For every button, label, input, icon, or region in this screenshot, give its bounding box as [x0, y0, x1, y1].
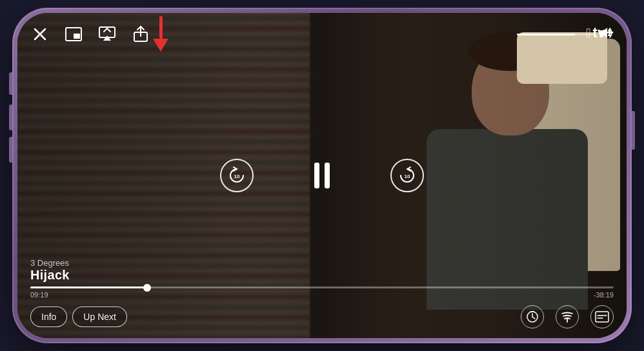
info-button[interactable]: Info	[30, 306, 67, 327]
pause-icon	[314, 163, 330, 188]
time-current: 09:19	[30, 291, 48, 299]
volume-bar[interactable]	[517, 34, 594, 35]
top-left-controls	[30, 25, 150, 44]
power-button[interactable]	[632, 111, 635, 150]
time-remaining: -38:19	[594, 291, 614, 299]
svg-text:10: 10	[234, 174, 240, 179]
pause-bar-left	[314, 163, 319, 188]
pause-button[interactable]	[305, 159, 339, 192]
show-name: Hijack	[30, 268, 614, 283]
center-controls: 10 10	[220, 159, 424, 192]
audio-tracks-button[interactable]	[556, 305, 579, 328]
phone-frame:  tv+ 10	[12, 8, 632, 343]
phone-screen:  tv+ 10	[17, 13, 627, 338]
pause-bar-right	[325, 163, 330, 188]
subtitles-button[interactable]	[590, 305, 614, 328]
scrubber-thumb[interactable]	[143, 284, 151, 292]
vol-up-button[interactable]	[9, 105, 12, 130]
bottom-actions-row: Info Up Next	[30, 305, 614, 328]
airplay-button[interactable]	[97, 25, 117, 44]
red-arrow-indicator	[153, 16, 168, 52]
vol-down-button[interactable]	[9, 137, 12, 163]
scrubber-bar[interactable]	[30, 286, 614, 288]
skip-back-button[interactable]: 10	[220, 159, 254, 192]
bottom-left-buttons: Info Up Next	[30, 306, 127, 327]
share-button[interactable]	[131, 25, 150, 44]
show-title-area: 3 Degrees Hijack	[30, 258, 614, 283]
appletv-logo:  tv+	[586, 25, 614, 41]
up-next-button[interactable]: Up Next	[72, 306, 127, 327]
appletv-text: tv+	[593, 25, 614, 41]
arrow-shaft	[159, 16, 163, 39]
show-episode: 3 Degrees	[30, 258, 614, 268]
svg-rect-14	[596, 312, 609, 322]
playback-speed-button[interactable]	[521, 305, 544, 328]
volume-fill	[517, 34, 575, 35]
svg-text:10: 10	[405, 174, 410, 179]
skip-forward-button[interactable]: 10	[390, 159, 424, 192]
arrow-head	[153, 39, 168, 52]
close-button[interactable]	[30, 25, 50, 44]
bottom-right-buttons	[521, 305, 614, 328]
scrubber-fill	[30, 286, 147, 288]
pip-button[interactable]	[64, 25, 83, 44]
top-controls-bar	[17, 25, 627, 44]
scrubber-area	[30, 286, 614, 288]
svg-rect-3	[74, 34, 80, 39]
time-row: 09:19 -38:19	[30, 291, 614, 299]
apple-icon: 	[586, 26, 590, 41]
bottom-section: 3 Degrees Hijack 09:19 -38:19 Info Up Ne…	[17, 258, 627, 338]
